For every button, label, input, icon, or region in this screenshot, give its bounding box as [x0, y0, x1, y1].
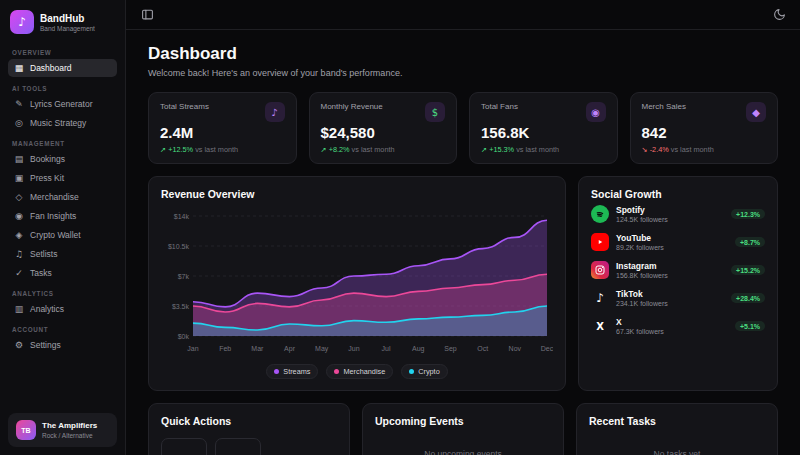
events-empty-state: No upcoming events — [375, 449, 551, 455]
tasks-check-icon: ✓ — [14, 268, 24, 278]
legend-item-crypto[interactable]: Crypto — [401, 364, 448, 379]
instagram-icon — [591, 261, 609, 279]
users-icon: ◉ — [586, 102, 606, 122]
sidebar-item-bookings[interactable]: ▤Bookings — [8, 150, 117, 168]
sidebar-item-dashboard[interactable]: ▦Dashboard — [8, 59, 117, 77]
svg-text:$3.5k: $3.5k — [172, 303, 190, 310]
svg-text:$0k: $0k — [178, 333, 190, 340]
sidebar-item-crypto-wallet[interactable]: ◈Crypto Wallet — [8, 226, 117, 244]
sidebar-item-fan-insights[interactable]: ◉Fan Insights — [8, 207, 117, 225]
platform-name: X — [616, 317, 728, 328]
growth-badge: +15.2% — [731, 265, 765, 275]
svg-text:Jan: Jan — [187, 345, 198, 352]
social-row-spotify: Spotify 124.5K followers +12.3% — [591, 200, 765, 228]
sidebar-item-settings[interactable]: ⚙Settings — [8, 336, 117, 354]
app-name: BandHub — [40, 13, 95, 25]
trend-up-icon: ↗ — [481, 145, 487, 154]
setlist-music-icon: ♫ — [14, 249, 24, 259]
trend-up-icon: ↗ — [160, 145, 166, 154]
stat-value: 2.4M — [160, 124, 285, 141]
gear-icon: ⚙ — [14, 340, 24, 350]
growth-badge: +12.3% — [731, 209, 765, 219]
platform-followers: 156.8K followers — [616, 272, 724, 279]
social-growth-title: Social Growth — [591, 188, 765, 200]
profile-card[interactable]: TB The Amplifiers Rock / Alternative — [8, 413, 117, 447]
brand[interactable]: ♪ BandHub Band Management — [0, 0, 125, 41]
svg-text:$14k: $14k — [174, 213, 190, 220]
theme-toggle-button[interactable] — [768, 4, 790, 26]
growth-badge: +8.7% — [735, 237, 765, 247]
stat-value: 156.8K — [481, 124, 606, 141]
svg-text:$10.5k: $10.5k — [168, 243, 190, 250]
quick-actions-card: Quick Actions ▤▣ — [148, 403, 350, 455]
avatar: TB — [16, 420, 36, 440]
svg-text:Jun: Jun — [348, 345, 359, 352]
stat-change: ↗ +12.5% vs last month — [160, 145, 285, 154]
sidebar-item-analytics[interactable]: ▥Analytics — [8, 300, 117, 318]
legend-dot — [274, 369, 279, 374]
stat-label: Total Streams — [160, 102, 209, 111]
platform-followers: 124.5K followers — [616, 216, 724, 223]
sidebar-toggle-button[interactable] — [136, 4, 158, 26]
sidebar-item-music-strategy[interactable]: ◎Music Strategy — [8, 114, 117, 132]
sidebar-item-press-kit[interactable]: ▣Press Kit — [8, 169, 117, 187]
legend-dot — [409, 369, 414, 374]
legend-dot — [334, 369, 339, 374]
quick-action-buttons: ▤▣ — [161, 438, 337, 455]
quick-action-button[interactable]: ▤ — [161, 438, 207, 455]
platform-name: TikTok — [616, 289, 724, 300]
sidebar-item-label: Settings — [30, 340, 61, 350]
legend-item-merchandise[interactable]: Merchandise — [326, 364, 393, 379]
svg-text:Mar: Mar — [251, 345, 264, 352]
social-list: Spotify 124.5K followers +12.3% YouTube … — [591, 200, 765, 340]
sidebar-section-label: MANAGEMENT — [12, 140, 113, 147]
page-subtitle: Welcome back! Here's an overview of your… — [148, 68, 778, 78]
social-row-instagram: Instagram 156.8K followers +15.2% — [591, 256, 765, 284]
upcoming-events-title: Upcoming Events — [375, 415, 551, 427]
sidebar-item-label: Tasks — [30, 268, 52, 278]
sidebar-section-label: ACCOUNT — [12, 326, 113, 333]
sidebar-item-merchandise[interactable]: ◇Merchandise — [8, 188, 117, 206]
recent-tasks-card: Recent Tasks No tasks yet — [576, 403, 778, 455]
tasks-empty-state: No tasks yet — [589, 449, 765, 455]
stat-change: ↗ +15.3% vs last month — [481, 145, 606, 154]
recent-tasks-title: Recent Tasks — [589, 415, 765, 427]
revenue-overview-card: Revenue Overview $0k$3.5k$7k$10.5k$14kJa… — [148, 176, 566, 391]
dashboard-grid-icon: ▦ — [14, 63, 24, 73]
youtube-icon — [591, 233, 609, 251]
social-row-x: X X 67.3K followers +5.1% — [591, 312, 765, 340]
stat-card-monthly-revenue: Monthly Revenue $ $24,580 ↗ +8.2% vs las… — [309, 92, 458, 164]
svg-text:Nov: Nov — [509, 345, 522, 352]
bar-chart-icon: ▥ — [14, 304, 24, 314]
stat-value: $24,580 — [321, 124, 446, 141]
revenue-overview-title: Revenue Overview — [161, 188, 553, 200]
sidebar-item-setlists[interactable]: ♫Setlists — [8, 245, 117, 263]
svg-text:Feb: Feb — [219, 345, 231, 352]
upcoming-events-card: Upcoming Events No upcoming events — [362, 403, 564, 455]
svg-text:Aug: Aug — [412, 345, 425, 353]
stat-card-total-fans: Total Fans ◉ 156.8K ↗ +15.3% vs last mon… — [469, 92, 618, 164]
stat-card-total-streams: Total Streams ♪ 2.4M ↗ +12.5% vs last mo… — [148, 92, 297, 164]
growth-badge: +28.4% — [731, 293, 765, 303]
sidebar-item-label: Music Strategy — [30, 118, 86, 128]
sidebar-item-lyrics-generator[interactable]: ✎Lyrics Generator — [8, 95, 117, 113]
stat-label: Total Fans — [481, 102, 518, 111]
sidebar-item-label: Press Kit — [30, 173, 64, 183]
stat-value: 842 — [642, 124, 767, 141]
calendar-icon: ▤ — [14, 154, 24, 164]
sidebar-item-label: Fan Insights — [30, 211, 76, 221]
bandhub-logo-icon: ♪ — [10, 10, 34, 34]
sidebar: ♪ BandHub Band Management OVERVIEW▦Dashb… — [0, 0, 126, 455]
legend-item-streams[interactable]: Streams — [266, 364, 318, 379]
svg-text:May: May — [315, 345, 329, 353]
sidebar-item-label: Bookings — [30, 154, 65, 164]
tiktok-icon: ♪ — [591, 289, 609, 307]
music-note-icon: ♪ — [265, 102, 285, 122]
stat-label: Merch Sales — [642, 102, 686, 111]
sidebar-item-tasks[interactable]: ✓Tasks — [8, 264, 117, 282]
dollar-icon: $ — [425, 102, 445, 122]
svg-text:$7k: $7k — [178, 273, 190, 280]
svg-text:Sep: Sep — [444, 345, 457, 353]
topbar — [126, 0, 800, 30]
quick-action-button[interactable]: ▣ — [215, 438, 261, 455]
